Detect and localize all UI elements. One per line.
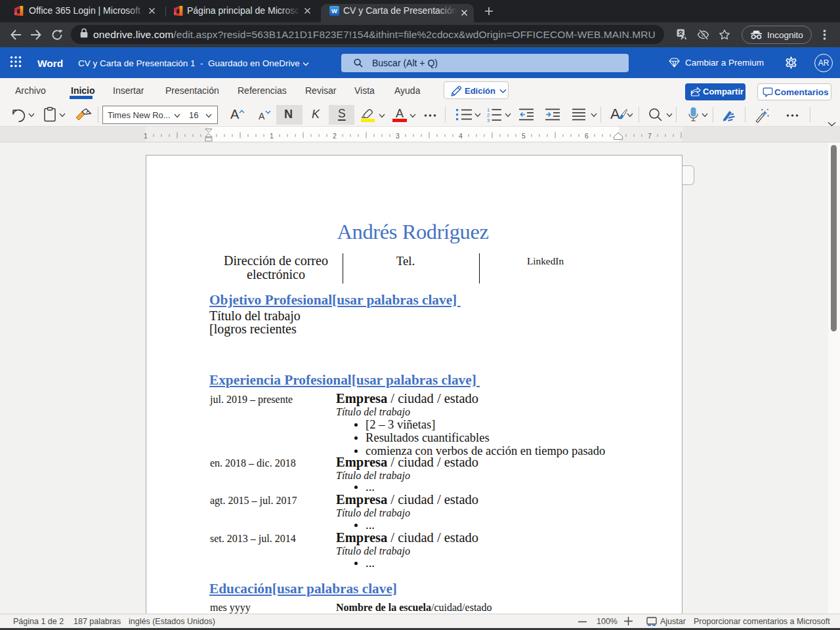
svg-text:2: 2 <box>333 132 337 140</box>
svg-text:6: 6 <box>585 132 589 140</box>
svg-text:3: 3 <box>396 132 400 140</box>
svg-text:1: 1 <box>270 132 274 140</box>
svg-text:3: 3 <box>487 117 490 122</box>
svg-text:W: W <box>331 7 337 14</box>
svg-text:4: 4 <box>459 132 463 140</box>
svg-text:5: 5 <box>522 132 526 140</box>
svg-text:1: 1 <box>144 132 148 140</box>
svg-text:7: 7 <box>648 132 652 140</box>
